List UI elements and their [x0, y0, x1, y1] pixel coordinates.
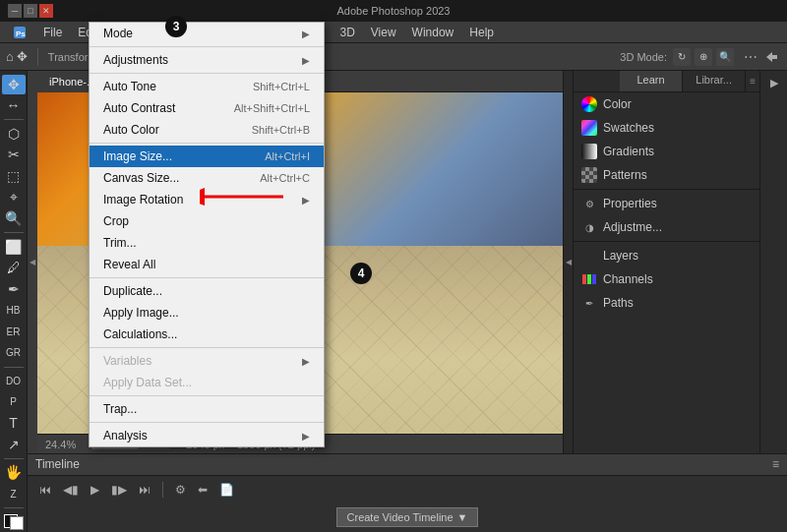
patterns-label: Patterns	[603, 168, 647, 182]
3d-rotate-icon[interactable]: ↻	[673, 48, 691, 66]
dd-calculations[interactable]: Calculations...	[90, 324, 324, 345]
dd-adjustments[interactable]: Adjustments ▶	[90, 49, 324, 71]
3d-pan-icon[interactable]: ⊕	[695, 48, 712, 66]
menu-view[interactable]: View	[363, 22, 404, 43]
panel-layers[interactable]: Layers	[574, 244, 759, 267]
create-timeline-button[interactable]: Create Video Timeline ▼	[336, 507, 479, 527]
dd-trim[interactable]: Trim...	[90, 232, 324, 254]
panel-tab-learn[interactable]: Learn	[620, 71, 683, 91]
zoom-icon[interactable]: 🔍	[716, 48, 734, 66]
toolbar-separator-5	[4, 507, 24, 508]
far-right-collapse[interactable]: ▶	[763, 75, 785, 91]
tool-quick-select[interactable]: ⬚	[2, 166, 26, 186]
tl-frame[interactable]: 📄	[215, 481, 238, 499]
dd-image-size-shortcut: Alt+Ctrl+I	[265, 150, 310, 162]
left-panel-toggle[interactable]: ◀	[28, 248, 37, 277]
dd-image-rotation[interactable]: Image Rotation ▶	[90, 189, 324, 210]
dd-variables-label: Variables	[103, 354, 151, 368]
panel-channels[interactable]: Channels	[574, 267, 759, 291]
dd-crop[interactable]: Crop	[90, 210, 324, 232]
maximize-button[interactable]: □	[24, 4, 37, 18]
timeline-section: Timeline ≡ ⏮ ◀▮ ▶ ▮▶ ⏭ ⚙ ⬅ 📄 Create Vid	[28, 453, 787, 532]
tool-brush[interactable]: 🖊	[2, 259, 26, 278]
adjustments-label: Adjustme...	[603, 220, 662, 234]
timeline-title: Timeline	[35, 457, 80, 471]
dd-mode[interactable]: Mode ▶	[90, 23, 324, 44]
tool-text[interactable]: T	[2, 414, 26, 434]
dd-image-size[interactable]: Image Size... Alt+Ctrl+I	[90, 146, 324, 167]
dd-sep-1	[90, 46, 324, 47]
tool-lasso[interactable]: ✂	[2, 146, 26, 165]
tool-pen[interactable]: P	[2, 392, 26, 412]
app: ─ □ ✕ Adobe Photoshop 2023 Ps File Edit …	[0, 0, 787, 532]
tool-heal[interactable]: ⬜	[2, 237, 26, 257]
menu-help[interactable]: Help	[461, 22, 502, 43]
tool-clone[interactable]: ✒	[2, 279, 26, 299]
home-icon[interactable]: ⌂	[6, 49, 14, 64]
tool-history-brush[interactable]: HB	[2, 301, 26, 321]
color-icon	[581, 96, 597, 112]
dd-canvas-size[interactable]: Canvas Size... Alt+Ctrl+C	[90, 167, 324, 189]
panel-menu-icon[interactable]: ≡	[750, 76, 756, 87]
tl-sep	[162, 482, 163, 498]
create-timeline-arrow: ▼	[457, 511, 468, 523]
tl-prev[interactable]: ⬅	[194, 481, 212, 499]
tool-eraser[interactable]: ER	[2, 322, 26, 341]
panel-properties[interactable]: ⚙ Properties	[574, 192, 759, 215]
panel-tab-libraries[interactable]: Librar...	[683, 71, 746, 91]
minimize-button[interactable]: ─	[8, 4, 22, 18]
menu-file[interactable]: File	[35, 22, 70, 43]
layers-label: Layers	[603, 249, 638, 263]
dd-sep-5	[90, 347, 324, 348]
panel-gradients[interactable]: Gradients	[574, 140, 759, 163]
more-options-icon[interactable]: ⋯	[744, 49, 757, 65]
tl-settings[interactable]: ⚙	[171, 481, 190, 499]
tl-prev-frame[interactable]: ◀▮	[59, 481, 83, 499]
right-panel: Learn Librar... ≡ Color	[573, 71, 759, 453]
share-icon[interactable]	[763, 48, 781, 66]
channels-icon	[581, 271, 597, 287]
dd-reveal-all[interactable]: Reveal All	[90, 254, 324, 275]
swatches-icon	[581, 120, 597, 136]
tool-zoom-tool[interactable]: Z	[2, 484, 26, 503]
dd-analysis[interactable]: Analysis ▶	[90, 425, 324, 446]
tl-next-frame[interactable]: ▮▶	[107, 481, 131, 499]
tool-marquee[interactable]: ⬡	[2, 124, 26, 144]
close-button[interactable]: ✕	[39, 4, 53, 18]
menu-3d[interactable]: 3D	[332, 22, 362, 43]
tool-gradient[interactable]: GR	[2, 343, 26, 363]
3d-mode-label: 3D Mode:	[620, 51, 667, 63]
panel-paths[interactable]: ✒ Paths	[574, 291, 759, 315]
right-collapse-handle[interactable]: ◀	[563, 71, 573, 453]
timeline-controls: ⏮ ◀▮ ▶ ▮▶ ⏭ ⚙ ⬅ 📄	[28, 476, 787, 503]
dd-canvas-size-label: Canvas Size...	[103, 171, 179, 185]
tool-hand[interactable]: 🖐	[2, 463, 26, 483]
tool-dodge[interactable]: DO	[2, 371, 26, 390]
tool-arrow[interactable]: ↔	[2, 96, 26, 116]
dd-auto-tone[interactable]: Auto Tone Shift+Ctrl+L	[90, 76, 324, 97]
panel-color[interactable]: Color	[574, 92, 759, 116]
timeline-menu-icon[interactable]: ≡	[772, 457, 779, 471]
dd-apply-image[interactable]: Apply Image...	[90, 302, 324, 324]
menu-ps[interactable]: Ps	[4, 22, 35, 43]
panel-adjustments[interactable]: ◑ Adjustme...	[574, 215, 759, 239]
tl-first-frame[interactable]: ⏮	[35, 481, 55, 499]
dd-duplicate[interactable]: Duplicate...	[90, 280, 324, 302]
foreground-bg-colors[interactable]	[4, 514, 24, 530]
tool-move[interactable]: ✥	[2, 75, 26, 94]
tool-shape[interactable]: ↗	[2, 435, 26, 454]
dd-trap[interactable]: Trap...	[90, 398, 324, 420]
dd-auto-contrast[interactable]: Auto Contrast Alt+Shift+Ctrl+L	[90, 97, 324, 119]
menu-window[interactable]: Window	[404, 22, 462, 43]
dd-canvas-size-shortcut: Alt+Ctrl+C	[260, 172, 310, 184]
dd-sep-4	[90, 277, 324, 278]
dd-adjustments-arrow: ▶	[302, 55, 310, 66]
panel-swatches[interactable]: Swatches	[574, 116, 759, 140]
tl-last-frame[interactable]: ⏭	[135, 481, 154, 499]
tool-eyedropper[interactable]: 🔍	[2, 208, 26, 228]
move-icon[interactable]: ✥	[17, 49, 28, 64]
tool-crop[interactable]: ⌖	[2, 188, 26, 207]
dd-auto-color[interactable]: Auto Color Shift+Ctrl+B	[90, 119, 324, 141]
panel-patterns[interactable]: Patterns	[574, 163, 759, 187]
tl-play[interactable]: ▶	[87, 481, 103, 499]
